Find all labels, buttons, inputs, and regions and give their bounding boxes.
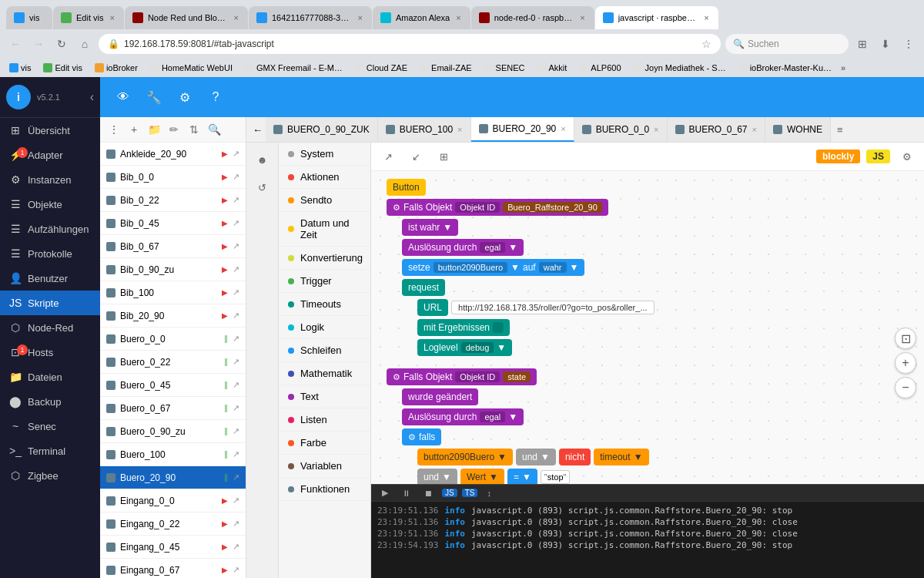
category-item-6[interactable]: Timeouts xyxy=(279,293,370,316)
script-item-play-6[interactable]: ▶ xyxy=(222,288,228,297)
toolbar-settings-icon[interactable]: ⚙ xyxy=(174,86,196,108)
script-item-7[interactable]: Bib_20_90▶↗ xyxy=(100,304,246,328)
toolbar-eye-icon[interactable]: 👁 xyxy=(112,86,134,108)
tab-close-uuid[interactable]: × xyxy=(356,12,363,24)
egal-1[interactable]: egal xyxy=(480,242,505,253)
script-item-play-4[interactable]: ▶ xyxy=(222,242,228,250)
browser-tab-node-red-0[interactable]: node-red-0 · raspberrypi× xyxy=(471,6,594,29)
extensions-button[interactable]: ⊞ xyxy=(853,35,872,53)
und1-block[interactable]: und ▼ xyxy=(516,449,556,465)
und2-block[interactable]: und ▼ xyxy=(417,469,457,484)
block-request[interactable]: request xyxy=(402,279,769,296)
browser-tab-uuid[interactable]: 1642116777088-3e04bf01…× xyxy=(249,6,372,29)
ausloesung-2-block[interactable]: Auslösung durch egal ▼ xyxy=(402,408,524,425)
block-mit-ergebnissen[interactable]: mit Ergebnissen xyxy=(417,319,769,336)
sidebar-collapse-button[interactable]: ‹ xyxy=(90,90,94,104)
browser-tab-javascript[interactable]: javascript · raspberrypi× xyxy=(595,6,718,29)
script-item-14[interactable]: Buero_20_90‖↗ xyxy=(100,466,246,489)
script-item-4[interactable]: Bib_0_67▶↗ xyxy=(100,235,246,258)
script-item-export-15[interactable]: ↗ xyxy=(233,496,239,506)
blockly-hand-tool[interactable]: ☻ xyxy=(252,149,273,170)
home-button[interactable]: ⌂ xyxy=(75,35,94,53)
script-item-11[interactable]: Buero_0_67‖↗ xyxy=(100,397,246,420)
script-item-play-3[interactable]: ▶ xyxy=(222,219,228,227)
script-item-export-11[interactable]: ↗ xyxy=(233,403,239,413)
blockly-export-button[interactable]: ↗ xyxy=(377,146,399,167)
bookmark-4[interactable]: GMX Freemail - E-M… xyxy=(242,62,346,73)
browser-tab-amazon[interactable]: Amazon Alexa× xyxy=(373,6,470,29)
category-item-0[interactable]: System xyxy=(279,143,370,166)
browser-tab-vis[interactable]: vis xyxy=(6,6,52,29)
editor-tab-close-buero_0_67[interactable]: × xyxy=(752,125,757,134)
sidebar-item-senec[interactable]: ~Senec xyxy=(0,414,100,439)
wert-block[interactable]: Wert ▼ xyxy=(460,469,504,484)
bookmarks-more-button[interactable]: » xyxy=(841,63,845,72)
script-item-play-8[interactable]: ‖ xyxy=(224,334,228,343)
script-item-play-0[interactable]: ▶ xyxy=(222,150,228,158)
blockly-screenshot-button[interactable]: ⊞ xyxy=(433,146,454,167)
blockly-canvas[interactable]: Button ⚙ Falls Objekt Objekt ID Buero_Ra… xyxy=(371,171,924,484)
script-item-play-14[interactable]: ‖ xyxy=(224,473,228,482)
objekt-val-2[interactable]: state xyxy=(503,371,531,382)
bookmark-10[interactable]: Joyn Mediathek - S… xyxy=(631,62,729,73)
category-item-14[interactable]: Funktionen xyxy=(279,478,370,501)
sidebar-item-aufzaehlungen[interactable]: ☰Aufzählungen xyxy=(0,217,100,241)
bookmark-8[interactable]: Akkit xyxy=(534,62,571,73)
script-item-export-18[interactable]: ↗ xyxy=(233,565,239,575)
bookmark-0[interactable]: vis xyxy=(6,62,34,73)
sidebar-item-hosts[interactable]: ⊡Hosts1 xyxy=(0,340,100,365)
eq1-block[interactable]: = ▼ xyxy=(507,469,537,484)
block-wurde-geaendert[interactable]: wurde geändert xyxy=(402,388,769,405)
sidebar-item-dateien[interactable]: 📁Dateien xyxy=(0,365,100,389)
script-item-13[interactable]: Buero_100‖↗ xyxy=(100,443,246,466)
script-search-button[interactable]: 🔍 xyxy=(205,120,223,139)
block-falls-inner[interactable]: ⚙ falls xyxy=(402,428,769,445)
editor-tab-buero_0_0[interactable]: BUERO_0_0× xyxy=(574,117,668,142)
script-item-export-9[interactable]: ↗ xyxy=(233,357,239,367)
script-item-play-11[interactable]: ‖ xyxy=(224,404,228,412)
falls-inner-block[interactable]: ⚙ falls xyxy=(402,428,441,445)
script-item-15[interactable]: Eingang_0_0▶↗ xyxy=(100,489,246,512)
editor-tab-buero_100[interactable]: BUERO_100× xyxy=(378,117,471,142)
script-item-3[interactable]: Bib_0_45▶↗ xyxy=(100,212,246,235)
timeout-block[interactable]: timeout ▼ xyxy=(594,449,648,465)
script-item-17[interactable]: Eingang_0_45▶↗ xyxy=(100,536,246,559)
log-resize-button[interactable]: ↕ xyxy=(482,487,496,499)
toolbar-wrench-icon[interactable]: 🔧 xyxy=(143,86,165,108)
loglevel-block[interactable]: Loglevel debug ▼ xyxy=(417,339,512,356)
sidebar-item-instanzen[interactable]: ⚙Instanzen xyxy=(0,167,100,192)
falls-objekt-2-block[interactable]: ⚙ Falls Objekt Objekt ID state xyxy=(387,368,537,385)
script-edit-button[interactable]: ✏ xyxy=(165,120,183,139)
block-falls-objekt-1[interactable]: ⚙ Falls Objekt Objekt ID Buero_Raffstore… xyxy=(387,199,769,216)
category-item-12[interactable]: Farbe xyxy=(279,432,370,455)
script-item-play-13[interactable]: ‖ xyxy=(224,450,228,459)
script-item-5[interactable]: Bib_0_90_zu▶↗ xyxy=(100,258,246,281)
block-ausloesung-1[interactable]: Auslösung durch egal ▼ xyxy=(402,239,769,256)
block-setze[interactable]: setze button2090Buero ▼ auf wahr ▼ xyxy=(402,259,769,276)
sidebar-item-benutzer[interactable]: 👤Benutzer xyxy=(0,266,100,291)
wahr-val[interactable]: wahr xyxy=(539,262,567,273)
tab-close-amazon[interactable]: × xyxy=(454,12,462,24)
bookmark-11[interactable]: ioBroker-Master-Ku… xyxy=(735,62,835,73)
wurde-geaendert-block[interactable]: wurde geändert xyxy=(402,388,478,405)
script-item-export-4[interactable]: ↗ xyxy=(233,241,239,251)
script-item-play-15[interactable]: ▶ xyxy=(222,496,228,505)
ist-wahr-block[interactable]: ist wahr ▼ xyxy=(402,219,458,236)
tab-close-javascript[interactable]: × xyxy=(702,12,710,24)
menu-button[interactable]: ⋮ xyxy=(899,35,918,53)
editor-tab-wohne[interactable]: WOHNE xyxy=(765,117,831,142)
tab-close-node-red-blockly[interactable]: × xyxy=(232,12,239,24)
url-value[interactable]: http://192.168.178.35/roller/0?go=to_pos… xyxy=(451,301,654,314)
zoom-in-button[interactable]: + xyxy=(895,352,916,374)
editor-tab-close-buero_0_0[interactable]: × xyxy=(654,125,658,134)
egal-2[interactable]: egal xyxy=(480,412,505,422)
blockly-js-button[interactable]: JS xyxy=(866,150,890,163)
editor-tab-buero_0_67[interactable]: BUERO_0_67× xyxy=(668,117,765,142)
editor-tab-close-buero_20_90[interactable]: × xyxy=(561,124,565,133)
toolbar-help-icon[interactable]: ? xyxy=(205,86,226,108)
script-item-export-14[interactable]: ↗ xyxy=(233,472,239,482)
script-add-button[interactable]: + xyxy=(125,120,143,139)
block-ausloesung-2[interactable]: Auslösung durch egal ▼ xyxy=(402,408,769,425)
category-item-7[interactable]: Logik xyxy=(279,316,370,339)
nicht-block[interactable]: nicht xyxy=(559,449,591,465)
